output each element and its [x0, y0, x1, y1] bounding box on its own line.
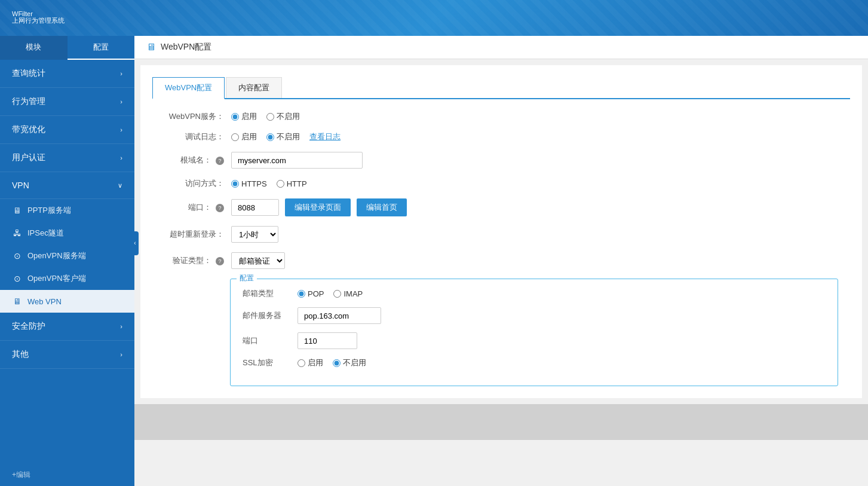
sidebar-sub-label: Web VPN — [27, 297, 62, 306]
tab-content-config[interactable]: 内容配置 — [226, 77, 282, 98]
sidebar-item-openvpn-client[interactable]: ⊙ OpenVPN客户端 — [0, 267, 134, 290]
logo-sub: 上网行为管理系统 — [12, 16, 65, 25]
sidebar-sub-label: OpenVPN客户端 — [27, 273, 86, 284]
debug-log-enabled-option[interactable]: 启用 — [231, 132, 257, 142]
ssl-disabled-radio[interactable] — [333, 359, 341, 367]
ssl-radio-group: 启用 不启用 — [297, 357, 366, 368]
main-content: 🖥 WebVPN配置 WebVPN配置 内容配置 WebVPN服务： 启用 — [134, 36, 868, 486]
ssl-enabled-option[interactable]: 启用 — [297, 357, 323, 368]
mail-port-label: 端口 — [243, 335, 290, 346]
email-pop-radio[interactable] — [297, 290, 305, 298]
sidebar-tabs: 模块 配置 — [0, 36, 134, 60]
tab-webvpn-config[interactable]: WebVPN配置 — [152, 77, 225, 99]
debug-log-label: 调试日志： — [152, 132, 224, 142]
sidebar-item-query-stats[interactable]: 查询统计 › — [0, 60, 134, 88]
timeout-row: 超时重新登录： 1小时 2小时 4小时 8小时 24小时 — [152, 226, 850, 243]
debug-log-disabled-option[interactable]: 不启用 — [266, 132, 300, 142]
email-imap-label: IMAP — [343, 289, 363, 298]
access-method-label: 访问方式： — [152, 178, 224, 189]
mail-server-row: 邮件服务器 — [243, 307, 826, 324]
webvpn-service-row: WebVPN服务： 启用 不启用 — [152, 111, 850, 122]
tab-config[interactable]: 配置 — [68, 36, 135, 60]
sidebar-item-behavior-mgmt[interactable]: 行为管理 › — [0, 88, 134, 116]
email-type-row: 邮箱类型 POP IMAP — [243, 288, 826, 299]
sidebar-item-openvpn-server[interactable]: ⊙ OpenVPN服务端 — [0, 244, 134, 267]
content-area: WebVPN配置 内容配置 WebVPN服务： 启用 不启用 — [140, 65, 862, 398]
sidebar-collapse-handle[interactable]: ‹ — [131, 231, 139, 255]
mail-port-row: 端口 — [243, 332, 826, 349]
sidebar-item-security[interactable]: 安全防护 › — [0, 313, 134, 341]
webvpn-service-radio-group: 启用 不启用 — [231, 111, 300, 122]
chevron-right-icon: › — [120, 70, 122, 77]
debug-log-disabled-radio[interactable] — [266, 133, 274, 141]
sidebar-item-web-vpn[interactable]: 🖥 Web VPN — [0, 290, 134, 313]
tab-module[interactable]: 模块 — [0, 36, 68, 60]
access-http-label: HTTP — [287, 179, 307, 188]
debug-log-enabled-label: 启用 — [241, 132, 257, 142]
debug-log-disabled-label: 不启用 — [277, 132, 300, 142]
webvpn-service-enabled-radio[interactable] — [231, 113, 239, 121]
debug-log-radio-group: 启用 不启用 查看日志 — [231, 132, 341, 142]
sidebar-item-pptp[interactable]: 🖥 PPTP服务端 — [0, 199, 134, 222]
chevron-right-icon: › — [120, 98, 122, 105]
auth-type-label: 验证类型： ? — [152, 255, 224, 266]
sidebar-edit[interactable]: +编辑 — [0, 464, 134, 486]
mail-server-input[interactable] — [297, 307, 381, 324]
edit-login-page-button[interactable]: 编辑登录页面 — [285, 198, 351, 216]
email-pop-label: POP — [308, 289, 324, 298]
mail-port-input[interactable] — [297, 332, 357, 349]
email-type-radio-group: POP IMAP — [297, 289, 363, 298]
webvpn-service-disabled-radio[interactable] — [266, 113, 274, 121]
edit-home-button[interactable]: 编辑首页 — [357, 198, 407, 216]
timeout-select[interactable]: 1小时 2小时 4小时 8小时 24小时 — [231, 226, 278, 243]
sidebar-sub-label: IPSec隧道 — [27, 228, 64, 239]
sidebar-item-label: 带宽优化 — [12, 124, 45, 135]
sidebar-item-ipsec[interactable]: 🖧 IPSec隧道 — [0, 222, 134, 244]
sidebar-item-bandwidth-opt[interactable]: 带宽优化 › — [0, 116, 134, 144]
access-http-radio[interactable] — [277, 180, 284, 188]
ssl-enabled-radio[interactable] — [297, 359, 305, 367]
chevron-right-icon: › — [120, 323, 122, 330]
ssl-row: SSL加密 启用 不启用 — [243, 357, 826, 368]
domain-label: 根域名： ? — [152, 155, 224, 166]
openvpn-client-icon: ⊙ — [12, 273, 23, 284]
domain-input[interactable] — [231, 152, 363, 169]
sidebar-item-vpn[interactable]: VPN ∨ — [0, 172, 134, 199]
chevron-right-icon: › — [120, 154, 122, 161]
sidebar-item-user-auth[interactable]: 用户认证 › — [0, 144, 134, 172]
port-help-icon[interactable]: ? — [216, 204, 224, 212]
sidebar-item-other[interactable]: 其他 › — [0, 341, 134, 369]
port-input[interactable] — [231, 199, 279, 216]
chevron-down-icon: ∨ — [118, 182, 122, 189]
domain-help-icon[interactable]: ? — [216, 157, 224, 165]
email-imap-option[interactable]: IMAP — [333, 289, 363, 298]
app-logo: WFilter 上网行为管理系统 — [12, 11, 65, 25]
sidebar-item-label: 行为管理 — [12, 96, 45, 107]
webvpn-service-label: WebVPN服务： — [152, 111, 224, 122]
access-http-option[interactable]: HTTP — [277, 179, 307, 188]
access-https-option[interactable]: HTTPS — [231, 179, 267, 188]
ssl-label: SSL加密 — [243, 357, 290, 368]
access-https-radio[interactable] — [231, 180, 239, 188]
auth-type-select[interactable]: 邮箱验证 短信验证 无需验证 — [231, 252, 285, 269]
webvpn-service-disabled-label: 不启用 — [277, 111, 300, 122]
openvpn-server-icon: ⊙ — [12, 250, 23, 261]
sidebar-item-label: 查询统计 — [12, 68, 45, 79]
debug-log-enabled-radio[interactable] — [231, 133, 239, 141]
tab-bar: WebVPN配置 内容配置 — [152, 77, 850, 99]
port-label: 端口： ? — [152, 202, 224, 213]
sidebar-sub-label: PPTP服务端 — [27, 205, 71, 216]
webvpn-service-enabled-option[interactable]: 启用 — [231, 111, 257, 122]
sidebar-item-label: 用户认证 — [12, 152, 45, 163]
sidebar-item-label: 其他 — [12, 349, 29, 360]
domain-row: 根域名： ? — [152, 152, 850, 169]
email-pop-option[interactable]: POP — [297, 289, 324, 298]
config-box: 配置 邮箱类型 POP IMAP — [230, 279, 838, 386]
email-imap-radio[interactable] — [333, 290, 341, 298]
webvpn-service-enabled-label: 启用 — [241, 111, 257, 122]
view-log-link[interactable]: 查看日志 — [309, 132, 341, 142]
auth-type-help-icon[interactable]: ? — [216, 257, 224, 265]
webvpn-service-disabled-option[interactable]: 不启用 — [266, 111, 300, 122]
ssl-disabled-option[interactable]: 不启用 — [333, 357, 366, 368]
ssl-disabled-label: 不启用 — [343, 357, 366, 368]
